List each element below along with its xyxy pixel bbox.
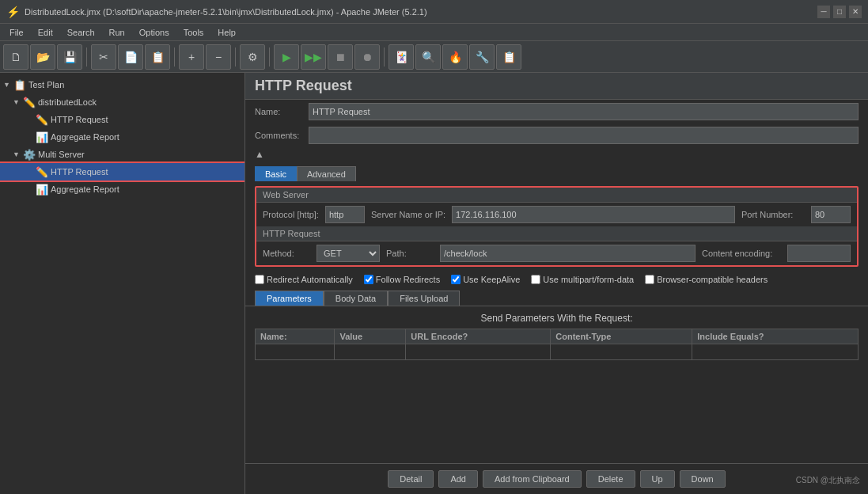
keepalive-label: Use KeepAlive xyxy=(463,275,520,284)
up-button[interactable]: Up xyxy=(640,470,675,488)
name-input[interactable] xyxy=(309,103,859,120)
browser-compatible-label: Browser-compatible headers xyxy=(657,275,768,284)
sidebar-item-distributed-lock[interactable]: ▼ ✏️ distributedLock xyxy=(0,93,244,111)
detail-button[interactable]: Detail xyxy=(388,470,434,488)
down-button[interactable]: Down xyxy=(680,470,726,488)
toolbar-remove[interactable]: − xyxy=(206,44,231,70)
toolbar-fire[interactable]: 🔥 xyxy=(442,44,468,70)
sidebar-item-aggregate-report-2[interactable]: 📊 Aggregate Report xyxy=(0,180,244,198)
tab-advanced[interactable]: Advanced xyxy=(297,166,356,181)
toolbar-list[interactable]: 📋 xyxy=(496,44,521,70)
sidebar-item-http-request-1[interactable]: ✏️ HTTP Request xyxy=(0,111,244,128)
follow-redirects-checkbox[interactable] xyxy=(364,275,373,284)
sub-tab-body-data[interactable]: Body Data xyxy=(324,291,388,306)
menu-file[interactable]: File xyxy=(3,26,30,39)
menu-options[interactable]: Options xyxy=(133,26,176,39)
add-button[interactable]: Add xyxy=(438,470,478,488)
protocol-input[interactable] xyxy=(325,206,365,223)
test-plan-label: Test Plan xyxy=(28,80,64,89)
tab-basic[interactable]: Basic xyxy=(255,166,297,181)
toolbar-wrench[interactable]: 🔧 xyxy=(469,44,495,70)
watermark: CSDN @北执南念 xyxy=(796,475,860,486)
col-urlencode: URL Encode? xyxy=(406,329,551,344)
delete-button[interactable]: Delete xyxy=(586,470,635,488)
port-input[interactable] xyxy=(811,206,851,223)
col-includeequals: Include Equals? xyxy=(692,329,859,344)
app-icon: ⚡ xyxy=(6,6,20,18)
toolbar-sep-1 xyxy=(86,48,87,66)
path-input[interactable] xyxy=(440,245,696,262)
menu-bar: File Edit Search Run Options Tools Help xyxy=(0,24,868,41)
menu-tools[interactable]: Tools xyxy=(177,26,210,39)
toolbar-add[interactable]: + xyxy=(179,44,204,70)
checkbox-redirect-auto[interactable]: Redirect Automatically xyxy=(255,275,353,284)
parameters-title: Send Parameters With the Request: xyxy=(255,313,859,324)
protocol-label: Protocol [http]: xyxy=(263,210,319,219)
divider-arrow: ▲ xyxy=(245,147,868,162)
redirect-auto-checkbox[interactable] xyxy=(255,275,264,284)
cell-name xyxy=(256,344,335,360)
port-label: Port Number: xyxy=(741,210,805,219)
col-name: Name: xyxy=(256,329,335,344)
server-input[interactable] xyxy=(452,206,735,223)
toolbar-paste[interactable]: 📋 xyxy=(145,44,170,70)
sub-tab-files-upload[interactable]: Files Upload xyxy=(388,291,460,306)
toolbar-copy[interactable]: 📄 xyxy=(118,44,143,70)
toolbar-play-all[interactable]: ▶▶ xyxy=(301,44,326,70)
menu-search[interactable]: Search xyxy=(61,26,101,39)
web-server-row: Protocol [http]: Server Name or IP: Port… xyxy=(256,203,857,226)
distributed-lock-icon: ✏️ xyxy=(23,97,36,108)
checkbox-keepalive[interactable]: Use KeepAlive xyxy=(451,275,520,284)
browser-compatible-checkbox[interactable] xyxy=(645,275,654,284)
encoding-label: Content encoding: xyxy=(702,249,781,258)
aggregate-report-1-label: Aggregate Report xyxy=(51,132,119,142)
cell-value xyxy=(335,344,406,360)
multi-server-icon: ⚙️ xyxy=(23,149,36,161)
toolbar-stop[interactable]: ⏹ xyxy=(328,44,353,70)
toolbar-record[interactable]: ⏺ xyxy=(354,44,380,70)
checkbox-multipart[interactable]: Use multipart/form-data xyxy=(531,275,634,284)
cell-includeequals xyxy=(692,344,859,360)
sidebar-item-multi-server[interactable]: ▼ ⚙️ Multi Server xyxy=(0,146,244,163)
menu-help[interactable]: Help xyxy=(211,26,242,39)
toolbar: 🗋 📂 💾 ✂ 📄 📋 + − ⚙ ▶ ▶▶ ⏹ ⏺ 🃏 🔍 🔥 🔧 📋 xyxy=(0,41,868,73)
checkbox-follow-redirects[interactable]: Follow Redirects xyxy=(364,275,440,284)
sub-tab-parameters[interactable]: Parameters xyxy=(255,291,324,306)
panel-header: HTTP Request xyxy=(245,73,868,100)
sidebar: ▼ 📋 Test Plan ▼ ✏️ distributedLock ✏️ HT… xyxy=(0,73,245,494)
checkbox-browser-compatible[interactable]: Browser-compatible headers xyxy=(645,275,768,284)
content-area: HTTP Request Name: Comments: ▲ Basic Adv… xyxy=(245,73,868,494)
aggregate-report-2-label: Aggregate Report xyxy=(51,184,119,194)
add-from-clipboard-button[interactable]: Add from Clipboard xyxy=(483,470,582,488)
multipart-checkbox[interactable] xyxy=(531,275,540,284)
toolbar-save[interactable]: 💾 xyxy=(57,44,82,70)
menu-run[interactable]: Run xyxy=(103,26,131,39)
toolbar-search[interactable]: 🔍 xyxy=(415,44,441,70)
toolbar-card[interactable]: 🃏 xyxy=(389,44,414,70)
toolbar-new[interactable]: 🗋 xyxy=(3,44,28,70)
http-request-row: Method: GET POST PUT DELETE Path: Conten… xyxy=(256,241,857,265)
menu-edit[interactable]: Edit xyxy=(32,26,59,39)
table-row xyxy=(256,344,859,360)
method-select[interactable]: GET POST PUT DELETE xyxy=(316,245,380,262)
title-bar: ⚡ DistributedLock.jmx (D:\softDir\apache… xyxy=(0,0,868,24)
maximize-button[interactable]: □ xyxy=(833,6,846,18)
toolbar-cut[interactable]: ✂ xyxy=(91,44,116,70)
test-plan-icon: 📋 xyxy=(13,79,26,91)
panel-title: HTTP Request xyxy=(255,78,859,94)
sidebar-item-test-plan[interactable]: ▼ 📋 Test Plan xyxy=(0,76,244,93)
sidebar-item-aggregate-report-1[interactable]: 📊 Aggregate Report xyxy=(0,128,244,146)
toolbar-config[interactable]: ⚙ xyxy=(240,44,265,70)
encoding-input[interactable] xyxy=(787,245,851,262)
keepalive-checkbox[interactable] xyxy=(451,275,461,284)
sidebar-item-http-request-2[interactable]: ✏️ HTTP Request xyxy=(0,163,244,180)
toolbar-open[interactable]: 📂 xyxy=(30,44,55,70)
http-request-1-label: HTTP Request xyxy=(51,115,108,124)
close-button[interactable]: ✕ xyxy=(849,6,862,18)
cell-contenttype xyxy=(551,344,692,360)
tree-toggle-test-plan: ▼ xyxy=(3,81,11,89)
toolbar-play[interactable]: ▶ xyxy=(274,44,299,70)
minimize-button[interactable]: ─ xyxy=(817,6,830,18)
comments-input[interactable] xyxy=(309,127,859,144)
tabs-section: Basic Advanced xyxy=(245,163,868,181)
